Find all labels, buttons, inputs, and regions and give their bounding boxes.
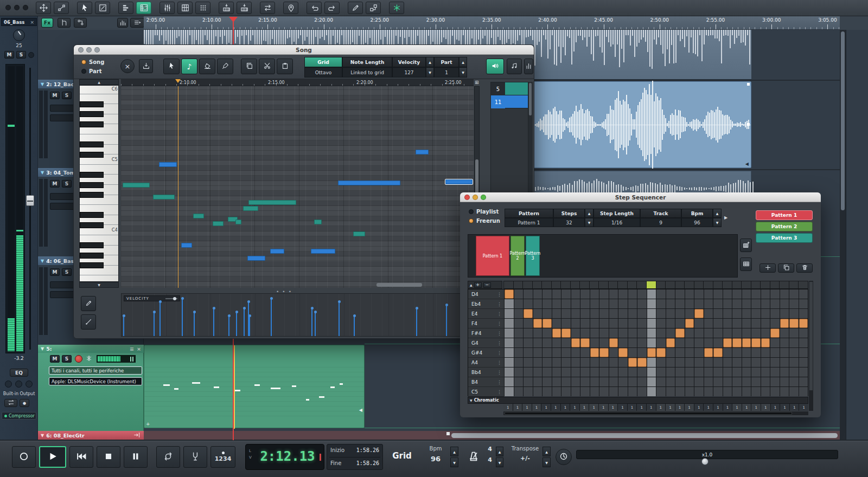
track-mute-button[interactable]: M [50, 268, 60, 276]
eq-knob-3[interactable] [25, 381, 33, 388]
step-cell[interactable] [533, 289, 542, 299]
step-cell[interactable] [514, 328, 524, 338]
step-cell[interactable] [524, 328, 533, 338]
step-cell[interactable] [542, 348, 552, 357]
step-cell[interactable] [685, 377, 694, 386]
step-cell[interactable] [609, 348, 618, 357]
move-tool-button[interactable] [36, 2, 51, 14]
step-cell[interactable] [751, 338, 761, 347]
part-add-icon[interactable]: + [146, 421, 150, 427]
piano-key-black[interactable] [80, 192, 104, 198]
step-cell[interactable] [751, 328, 761, 338]
step-cell[interactable] [685, 358, 694, 367]
step-cell[interactable] [666, 299, 675, 308]
step-cell[interactable] [789, 348, 799, 357]
velocity-header[interactable]: Velocity [392, 57, 426, 67]
step-indicator-cell[interactable] [523, 281, 532, 288]
step-cell[interactable] [694, 368, 704, 377]
step-indicator-cell[interactable] [685, 281, 694, 288]
step-cell[interactable] [770, 368, 780, 377]
piano-key-black[interactable] [80, 242, 104, 248]
step-cell[interactable] [599, 358, 609, 367]
midi-note[interactable] [314, 220, 322, 224]
step-cell[interactable] [524, 348, 533, 357]
step-cell[interactable] [789, 309, 799, 318]
col-steplength-value[interactable]: 1/16 [593, 218, 640, 227]
collapse-icon[interactable]: ▼ [41, 170, 44, 175]
step-cell[interactable] [742, 377, 751, 386]
step-cell[interactable] [505, 309, 514, 318]
step-cell[interactable] [580, 368, 590, 377]
step-cell[interactable] [647, 328, 656, 338]
step-cell[interactable] [514, 299, 524, 308]
col-bpm-value[interactable]: 96 [681, 218, 713, 227]
step-cell[interactable] [628, 387, 637, 396]
step-indicator-cell[interactable] [590, 281, 599, 288]
part-down[interactable]: ▼ [459, 67, 467, 78]
step-cell[interactable] [713, 368, 723, 377]
step-cell[interactable] [799, 319, 808, 328]
step-cell[interactable] [761, 319, 770, 328]
step-cell[interactable] [685, 387, 694, 396]
duplicate-pattern-button[interactable] [778, 263, 794, 273]
collapse-icon[interactable]: ▼ [41, 346, 44, 351]
piano-key-black[interactable] [80, 152, 104, 158]
speed-slider[interactable]: x1.0 [576, 450, 838, 459]
step-indicator-cell[interactable] [761, 281, 770, 288]
routing-button-1[interactable] [58, 18, 71, 28]
step-cell[interactable] [571, 309, 580, 318]
freeze-icon[interactable] [86, 355, 93, 363]
step-cell[interactable] [742, 387, 751, 396]
step-cell[interactable] [761, 309, 770, 318]
step-cell[interactable] [590, 309, 599, 318]
window-minimize-button[interactable] [14, 5, 20, 10]
step-cell[interactable] [561, 328, 571, 338]
step-cell[interactable] [789, 338, 799, 347]
keys-scroll-up[interactable]: ▲ [79, 79, 119, 85]
step-cell[interactable] [694, 387, 704, 396]
menu-button[interactable] [130, 18, 144, 28]
step-indicator-cell[interactable] [504, 281, 513, 288]
step-cell[interactable] [571, 348, 580, 357]
scale-label[interactable]: Chromatic [474, 398, 499, 403]
step-cell[interactable] [590, 348, 599, 357]
step-cell[interactable] [675, 377, 685, 386]
punch-clock-button[interactable] [556, 449, 572, 465]
step-cell[interactable] [533, 338, 542, 347]
octave-down-button[interactable]: − [483, 282, 491, 288]
step-cell[interactable] [770, 348, 780, 357]
step-cell[interactable] [713, 319, 723, 328]
inizio-value[interactable]: 1:58.26 [356, 447, 379, 453]
step-cell[interactable] [685, 368, 694, 377]
step-cell[interactable] [647, 338, 656, 347]
step-cell[interactable] [524, 309, 533, 318]
step-cell[interactable] [637, 319, 647, 328]
step-cell[interactable] [656, 358, 666, 367]
step-cell[interactable] [704, 299, 713, 308]
step-indicator-cell[interactable] [751, 281, 761, 288]
step-cell[interactable] [675, 358, 685, 367]
pattern-block-3[interactable]: Pattern 3 [526, 236, 540, 276]
step-cell[interactable] [561, 309, 571, 318]
step-cell[interactable] [675, 348, 685, 357]
step-cell[interactable] [751, 348, 761, 357]
step-cell[interactable] [761, 299, 770, 308]
step-cell[interactable] [666, 309, 675, 318]
collapse-icon[interactable]: ▼ [41, 433, 44, 438]
step-cell[interactable] [599, 299, 609, 308]
grid-mode-header[interactable]: Grid [304, 57, 342, 67]
speed-thumb[interactable] [701, 458, 709, 465]
step-cell[interactable] [732, 368, 742, 377]
step-cell[interactable] [656, 348, 666, 357]
step-cell[interactable] [533, 348, 542, 357]
time-signature[interactable]: 4 4 [485, 446, 495, 463]
part-up[interactable]: ▲ [459, 57, 467, 67]
step-cell[interactable] [552, 338, 561, 347]
minimize-window-button[interactable] [473, 195, 478, 200]
step-cell[interactable] [637, 348, 647, 357]
step-cell[interactable] [780, 299, 789, 308]
step-cell[interactable] [694, 328, 704, 338]
fx-button[interactable]: Fx [41, 18, 53, 28]
step-cell[interactable] [628, 368, 637, 377]
sig-up[interactable]: ▲ [496, 447, 503, 456]
